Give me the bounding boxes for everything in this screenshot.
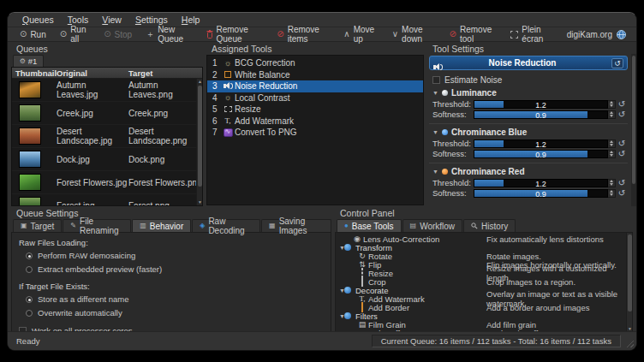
section-chrominance-blue[interactable]: ▼ Chrominance Blue: [432, 128, 629, 137]
tool-item-local-contrast[interactable]: 4 ☼ Local Contrast: [207, 92, 423, 104]
queue-scrollbar[interactable]: ▲ ▼: [196, 79, 202, 205]
tab-workflow[interactable]: ▤ Workflow: [402, 219, 463, 232]
spinner[interactable]: [608, 179, 616, 187]
tab-file-renaming[interactable]: ✎ File Renaming: [63, 219, 131, 232]
tree-item-film-grain[interactable]: ▤ Film Grain Add film grain: [336, 320, 632, 329]
tree-item-add-border[interactable]: Add Border Add a border around images: [336, 303, 632, 312]
tree-item-crop[interactable]: Crop Crop images to a region.: [336, 277, 632, 286]
radio-overwrite-automatically[interactable]: Overwrite automatically: [26, 308, 331, 317]
digikam-link[interactable]: digiKam.org: [567, 30, 629, 39]
collapse-arrow-icon[interactable]: ▼: [432, 129, 438, 135]
queue-row[interactable]: Autumn Leaves.jpg Autumn Leaves.png: [12, 79, 202, 102]
tool-item-white-balance[interactable]: 2 White Balance: [207, 69, 423, 81]
softness-slider[interactable]: 0,9: [474, 189, 608, 198]
run-button[interactable]: ⊙ Run: [15, 28, 51, 41]
menu-help[interactable]: Help: [176, 14, 206, 26]
reset-icon[interactable]: ↺: [616, 139, 628, 148]
tree-item-resize[interactable]: Resize Resize images with a customized l…: [336, 269, 632, 277]
spinner[interactable]: [608, 150, 616, 158]
tool-item-resize[interactable]: 5 Resize: [207, 104, 423, 116]
tree-scrollbar[interactable]: ▼: [626, 233, 632, 332]
queue-row[interactable]: Forest Flowers.jpg Forest Flowers.png: [12, 171, 202, 194]
queue-row[interactable]: Dock.jpg Dock.png: [12, 148, 202, 171]
col-original[interactable]: Original: [57, 68, 128, 78]
tab-raw-decoding[interactable]: ◈ Raw Decoding: [192, 219, 260, 232]
scrollbar-thumb[interactable]: [198, 86, 202, 187]
radio-icon[interactable]: [26, 252, 33, 259]
tab-target[interactable]: ▣ Target: [13, 219, 62, 232]
collapse-arrow-icon[interactable]: ▼: [432, 90, 438, 96]
scroll-up-icon[interactable]: ▲: [197, 79, 203, 85]
reset-icon[interactable]: ↺: [616, 110, 628, 119]
checkbox-icon[interactable]: [432, 76, 440, 84]
tool-item-convert-to-png[interactable]: 7 Convert To PNG: [207, 127, 423, 139]
tab-history[interactable]: History: [463, 219, 516, 232]
remove-tool-button[interactable]: ⊘ Remove tool: [444, 28, 503, 41]
toolbar: ⊙ Run ⊙ Run all ⊙ Stop ＋ New Queue Remov…: [8, 27, 636, 42]
scroll-down-icon[interactable]: ▼: [197, 199, 203, 205]
reset-icon[interactable]: ↺: [616, 178, 628, 187]
tree-item-rotate[interactable]: ↻ Rotate Rotate images.: [336, 252, 632, 260]
spinner[interactable]: [608, 100, 616, 109]
menu-settings[interactable]: Settings: [129, 14, 174, 26]
spinner[interactable]: [608, 139, 616, 148]
collapse-arrow-icon[interactable]: ▼: [336, 313, 344, 319]
fullscreen-button[interactable]: Plein écran: [505, 28, 559, 41]
col-thumbnail[interactable]: Thumbnail: [12, 68, 57, 78]
scrollbar-thumb[interactable]: [632, 56, 635, 184]
section-chrominance-red[interactable]: ▼ Chrominance Red: [432, 167, 629, 176]
new-queue-button[interactable]: ＋ New Queue: [140, 28, 197, 41]
remove-items-button[interactable]: ⊘ Remove items: [271, 28, 335, 41]
reset-icon[interactable]: ↺: [616, 188, 628, 198]
queue-tab-1[interactable]: ⚙ #1: [13, 55, 44, 67]
remove-queue-button[interactable]: Remove Queue: [201, 28, 269, 41]
radio-icon[interactable]: [26, 266, 33, 273]
stop-button[interactable]: ⊙ Stop: [98, 28, 137, 41]
radio-icon[interactable]: [26, 310, 33, 317]
radio-extract-embedded-preview[interactable]: Extract embedded preview (faster): [26, 264, 331, 274]
tree-item-add-watermark[interactable]: T, Add Watermark Overlay an image or tex…: [336, 294, 632, 303]
reset-icon[interactable]: ↺: [616, 99, 628, 109]
menu-queues[interactable]: Queues: [16, 14, 60, 26]
spinner[interactable]: [608, 189, 616, 198]
threshold-slider[interactable]: 1,2: [474, 179, 608, 187]
tree-group-transform[interactable]: ▼ Transform: [336, 243, 632, 252]
queue-row[interactable]: Desert Landscape.jpg Desert Landscape.pn…: [12, 125, 202, 148]
collapse-arrow-icon[interactable]: ▼: [336, 245, 344, 251]
resize-grip[interactable]: [624, 338, 634, 347]
menu-tools[interactable]: Tools: [62, 14, 95, 26]
queue-row[interactable]: Creek.jpg Creek.png: [12, 102, 202, 125]
crop-icon: [356, 277, 368, 286]
radio-perform-raw-demosaicing[interactable]: Perform RAW demosaicing: [26, 251, 331, 260]
run-all-button[interactable]: ⊙ Run all: [55, 28, 95, 41]
estimate-noise-option[interactable]: Estimate Noise: [432, 75, 629, 85]
reset-icon[interactable]: ↺: [616, 149, 628, 158]
tab-saving-images[interactable]: ▦ Saving Images: [261, 219, 331, 232]
collapse-arrow-icon[interactable]: ▼: [432, 169, 438, 175]
reset-tool-button[interactable]: ↺: [611, 58, 623, 68]
radio-store-different-name[interactable]: Store as a different name: [26, 294, 331, 304]
tool-item-bcg-correction[interactable]: 1 ☼ BCG Correction: [207, 57, 423, 69]
spinner[interactable]: [608, 110, 616, 119]
section-luminance[interactable]: ▼ Luminance: [432, 88, 629, 98]
tree-item-lens-auto-correction[interactable]: ◉ Lens Auto-Correction Fix automatically…: [336, 234, 632, 243]
softness-slider[interactable]: 0,9: [474, 150, 608, 158]
radio-icon[interactable]: [26, 296, 33, 303]
tool-settings-scrollbar[interactable]: [631, 54, 636, 206]
tree-group-filters[interactable]: ▼ Filters: [336, 312, 632, 320]
queue-row[interactable]: Forest.jpg Forest.png: [12, 194, 202, 206]
threshold-slider[interactable]: 1,2: [474, 139, 608, 148]
menu-view[interactable]: View: [96, 14, 128, 26]
tool-item-noise-reduction[interactable]: 3 Noise Reduction: [207, 80, 423, 92]
thumbnail-image: [19, 81, 41, 98]
col-target[interactable]: Target: [128, 68, 202, 78]
collapse-arrow-icon[interactable]: ▼: [336, 288, 344, 294]
softness-slider[interactable]: 0,9: [474, 110, 608, 119]
tab-behavior[interactable]: ▥ Behavior: [132, 219, 191, 232]
tool-item-add-watermark[interactable]: 6 T, Add Watermark: [207, 116, 423, 128]
threshold-slider[interactable]: 1,2: [474, 100, 608, 109]
scrollbar-thumb[interactable]: [628, 234, 632, 312]
tab-base-tools[interactable]: ● Base Tools: [337, 219, 402, 232]
move-up-button[interactable]: ∧ Move up: [338, 28, 383, 41]
move-down-button[interactable]: ∨ Move down: [387, 28, 441, 41]
